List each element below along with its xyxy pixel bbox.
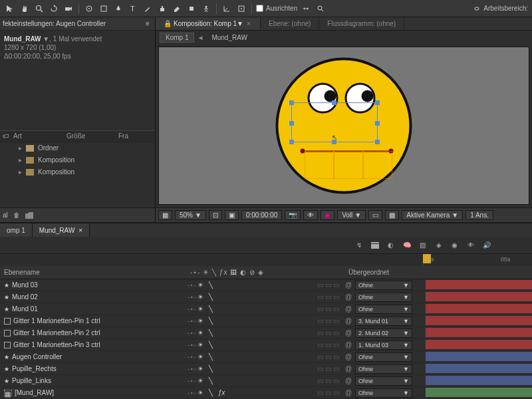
expr-icon[interactable]: ◉ xyxy=(449,239,461,251)
pickwhip-icon[interactable]: @ xyxy=(344,317,352,325)
panel-menu-icon[interactable]: ≡ xyxy=(143,19,152,29)
snapping-icon[interactable] xyxy=(300,3,312,15)
parent-dropdown[interactable]: Ohne▼ xyxy=(355,376,412,386)
hand-tool[interactable] xyxy=(19,3,31,15)
tab-flowchart[interactable]: Flussdiagramm: (ohne) xyxy=(319,17,404,30)
parent-dropdown[interactable]: 3. Mund 01▼ xyxy=(355,317,412,326)
parent-dropdown[interactable]: Ohne▼ xyxy=(355,364,412,374)
audio-icon[interactable]: 🔊 xyxy=(481,239,493,251)
tab-layer[interactable]: Ebene: (ohne) xyxy=(261,17,319,30)
anchor-tool[interactable] xyxy=(83,3,95,15)
roto-tool[interactable] xyxy=(186,3,198,15)
grid-icon[interactable]: ▦ xyxy=(158,210,172,220)
time-ruler[interactable]: 0s 05s xyxy=(423,254,532,266)
camera-dropdown[interactable]: Aktive Kamera▼ xyxy=(402,210,463,220)
layer-row[interactable]: ★Augen Controller -⋆-☀╲▭ ▭ ▭ @Ohne▼ xyxy=(0,351,532,363)
pickwhip-icon[interactable]: @ xyxy=(344,353,352,361)
pickwhip-icon[interactable]: @ xyxy=(344,365,352,373)
time-indicator[interactable] xyxy=(423,254,431,263)
frame-blend-icon[interactable]: ▧ xyxy=(417,239,429,251)
layer-row[interactable]: ▦[Mund_RAW] -⋆-☀╲ƒx▭ ▭ ▭ @Ohne▼ xyxy=(0,387,532,399)
svg-rect-24 xyxy=(371,242,379,243)
asset-row[interactable]: ▸Komposition xyxy=(0,154,155,166)
parent-dropdown[interactable]: 2. Mund 02▼ xyxy=(355,329,412,338)
tab-composition[interactable]: 🔒 Komposition: Komp 1 ▼ × xyxy=(156,17,261,30)
timeline-tab-raw[interactable]: Mund_RAW× xyxy=(33,223,90,237)
type-tool[interactable]: T xyxy=(127,3,139,15)
res-icon[interactable]: ⊡ xyxy=(209,210,222,220)
pickwhip-icon[interactable]: @ xyxy=(344,341,352,349)
eraser-tool[interactable] xyxy=(171,3,183,15)
pickwhip-icon[interactable]: @ xyxy=(344,389,352,397)
resolution-dropdown[interactable]: Voll▼ xyxy=(337,210,366,220)
breadcrumb: Komp 1 ◄ Mund_RAW xyxy=(156,31,532,44)
asset-row[interactable]: ▸Ordner xyxy=(0,142,155,154)
pickwhip-icon[interactable]: @ xyxy=(344,281,352,289)
workspace-label: Arbeitsbereich: xyxy=(483,5,528,12)
asset-row[interactable]: ▸Komposition xyxy=(0,166,155,178)
pickwhip-icon[interactable]: @ xyxy=(344,293,352,301)
align-checkbox[interactable]: Ausrichten xyxy=(256,5,297,12)
mask-icon[interactable]: ▣ xyxy=(225,210,239,220)
zoom-tool[interactable] xyxy=(33,3,45,15)
lock-icon: 🔒 xyxy=(164,20,172,27)
region-icon[interactable]: ▭ xyxy=(368,210,382,220)
layer-row[interactable]: ★Pupille_Links -⋆-☀╲▭ ▭ ▭ @Ohne▼ xyxy=(0,375,532,387)
layer-row[interactable]: ★Pupille_Rechts -⋆-☀╲▭ ▭ ▭ @Ohne▼ xyxy=(0,363,532,375)
layer-row[interactable]: Gitter 1 Marionetten-Pin 3 ctrl -⋆-☀╲▭ ▭… xyxy=(0,339,532,351)
brain-icon[interactable]: 🧠 xyxy=(401,239,413,251)
clone-tool[interactable] xyxy=(156,3,168,15)
folder-icon[interactable] xyxy=(25,212,33,219)
workspace-selector[interactable]: Arbeitsbereich: xyxy=(473,5,528,13)
camera-tool[interactable] xyxy=(63,3,74,15)
brush-tool[interactable] xyxy=(142,3,154,15)
show-icon[interactable]: 👁 xyxy=(303,210,318,220)
snap-tool[interactable] xyxy=(235,3,247,15)
layer-row[interactable]: Gitter 1 Marionetten-Pin 1 ctrl -⋆-☀╲▭ ▭… xyxy=(0,315,532,327)
trash-icon[interactable]: 🗑 xyxy=(13,211,20,219)
svg-line-17 xyxy=(224,8,227,11)
parent-dropdown[interactable]: Ohne▼ xyxy=(355,281,412,290)
pickwhip-icon[interactable]: @ xyxy=(344,377,352,385)
snapshot-icon[interactable]: 📷 xyxy=(285,210,301,220)
rotate-tool[interactable] xyxy=(48,3,60,15)
views-dropdown[interactable]: 1 Ans. xyxy=(466,210,493,220)
search-icon[interactable] xyxy=(315,3,327,15)
puppet-tool[interactable] xyxy=(200,3,212,15)
selection-tool[interactable] xyxy=(4,3,16,15)
close-icon[interactable]: × xyxy=(245,21,252,27)
breadcrumb-root[interactable]: Komp 1 xyxy=(160,33,194,43)
parent-dropdown[interactable]: Ohne▼ xyxy=(355,388,412,398)
graph-icon[interactable]: ↯ xyxy=(353,239,365,251)
parent-dropdown[interactable]: 1. Mund 03▼ xyxy=(355,340,412,350)
timecode[interactable]: 0:00:00:00 xyxy=(241,210,282,220)
transparency-icon[interactable]: ▩ xyxy=(385,210,399,220)
parent-dropdown[interactable]: Ohne▼ xyxy=(355,352,412,362)
axis-tool[interactable] xyxy=(221,3,233,15)
breadcrumb-child[interactable]: Mund_RAW xyxy=(206,33,253,42)
comp-icon[interactable] xyxy=(369,239,381,251)
pickwhip-icon[interactable]: @ xyxy=(344,329,352,337)
motion-blur-icon[interactable]: ◐ xyxy=(385,239,397,251)
layer-row[interactable]: ★Mund 01 -⋆-☀╲▭ ▭ ▭ @Ohne▼ xyxy=(0,303,532,315)
parent-dropdown[interactable]: Ohne▼ xyxy=(355,305,412,314)
parent-dropdown[interactable]: Ohne▼ xyxy=(355,293,412,302)
effects-tab[interactable]: fekteinstellungen: Augen Controller xyxy=(3,20,106,27)
col-switches: -⋆- ☀ ╲ ƒx 🖽 ◐ ⊘ ◈ xyxy=(186,269,344,276)
pickwhip-icon[interactable]: @ xyxy=(344,305,352,313)
layer-row[interactable]: ★Mund 03 -⋆-☀╲▭ ▭ ▭ @Ohne▼ xyxy=(0,279,532,291)
puppet-pin-grid xyxy=(305,151,334,179)
col-parent: Übergeordnet xyxy=(344,269,423,276)
composition-viewer[interactable]: ↖ xyxy=(158,47,529,205)
project-panel: fekteinstellungen: Augen Controller ≡ Mu… xyxy=(0,17,156,222)
svg-rect-2 xyxy=(65,7,70,11)
eye-icon[interactable]: 👁 xyxy=(465,239,477,251)
layer-row[interactable]: ★Mund 02 -⋆-☀╲▭ ▭ ▭ @Ohne▼ xyxy=(0,291,532,303)
layer-row[interactable]: Gitter 1 Marionetten-Pin 2 ctrl -⋆-☀╲▭ ▭… xyxy=(0,327,532,339)
pen-tool[interactable] xyxy=(112,3,124,15)
channel-icon[interactable]: ◉ xyxy=(321,210,334,220)
timeline-tab-comp[interactable]: omp 1 xyxy=(0,223,33,237)
3d-icon[interactable]: ◈ xyxy=(433,239,445,251)
zoom-dropdown[interactable]: 50%▼ xyxy=(175,210,206,220)
shape-tool[interactable] xyxy=(98,3,110,15)
